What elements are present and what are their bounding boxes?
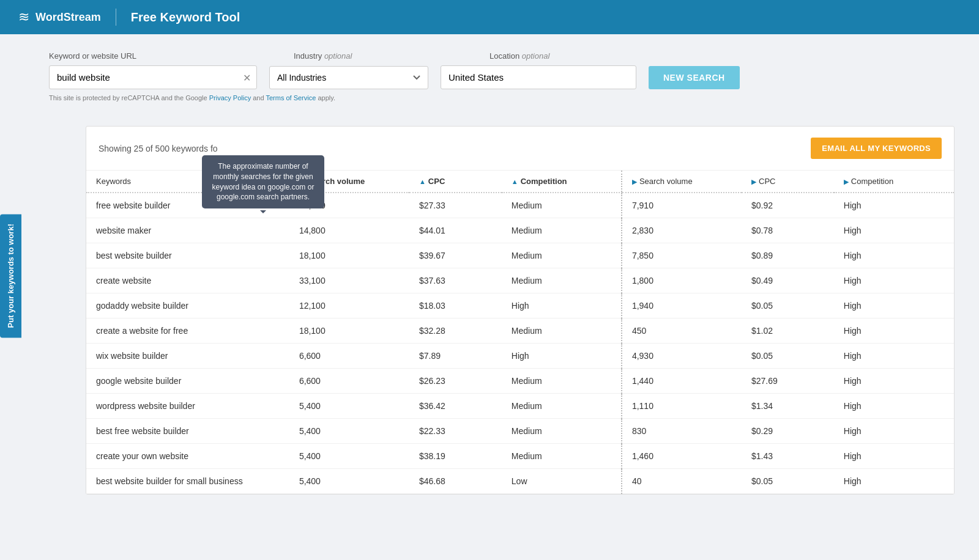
table-row: best website builder 18,100 $39.67 Mediu… [86, 243, 954, 268]
cell-search-vol: 5,400 [289, 394, 409, 419]
search-labels: Keyword or website URL Industry optional… [49, 51, 930, 61]
cell-cpc2: $0.29 [742, 419, 834, 444]
table-row: create your own website 5,400 $38.19 Med… [86, 444, 954, 469]
cell-search-vol2: 1,460 [622, 444, 742, 469]
cell-cpc: $27.33 [409, 193, 502, 218]
sidebar-tab[interactable]: Put your keywords to work! [0, 214, 21, 337]
table-row: best free website builder 5,400 $22.33 M… [86, 419, 954, 444]
cell-search-vol2: 1,110 [622, 394, 742, 419]
keyword-input[interactable] [49, 65, 257, 89]
cell-search-vol: 12,100 [289, 293, 409, 319]
col-header-cpc[interactable]: ▲CPC [409, 171, 502, 193]
cell-search-vol2: 1,440 [622, 369, 742, 394]
cell-keyword: best free website builder [86, 419, 289, 444]
cell-competition: Medium [502, 243, 622, 268]
header: ≋ WordStream Free Keyword Tool [0, 0, 979, 34]
industry-label: Industry optional [294, 51, 465, 61]
cell-search-vol: 5,400 [289, 419, 409, 444]
table-row: create website 33,100 $37.63 Medium 1,80… [86, 268, 954, 293]
table-row: best website builder for small business … [86, 469, 954, 494]
keyword-label: Keyword or website URL [49, 51, 257, 61]
cell-keyword: wix website builder [86, 344, 289, 369]
logo-waves-icon: ≋ [18, 9, 29, 25]
cell-cpc: $38.19 [409, 444, 502, 469]
search-volume-tooltip: The approximate number of monthly search… [202, 155, 324, 208]
clear-button[interactable]: ✕ [243, 72, 251, 83]
cell-cpc: $39.67 [409, 243, 502, 268]
cell-competition: Medium [502, 218, 622, 243]
cell-keyword: best website builder [86, 243, 289, 268]
cell-cpc2: $0.89 [742, 243, 834, 268]
keyword-input-wrap: ✕ [49, 65, 257, 89]
location-input[interactable] [441, 65, 636, 89]
cell-cpc2: $0.05 [742, 469, 834, 494]
cell-competition2: High [834, 243, 954, 268]
recaptcha-note: This site is protected by reCAPTCHA and … [49, 94, 930, 101]
table-row: create a website for free 18,100 $32.28 … [86, 319, 954, 344]
cell-cpc: $22.33 [409, 419, 502, 444]
cell-keyword: create website [86, 268, 289, 293]
cell-cpc: $7.89 [409, 344, 502, 369]
terms-link[interactable]: Terms of Service [266, 94, 316, 101]
cell-keyword: create a website for free [86, 319, 289, 344]
logo-divider [116, 9, 116, 26]
sidebar-tab-container: Put your keywords to work! [0, 214, 21, 337]
cell-competition: Medium [502, 319, 622, 344]
cell-cpc2: $0.49 [742, 268, 834, 293]
col-header-competition[interactable]: ▲Competition [502, 171, 622, 193]
cell-cpc2: $0.05 [742, 344, 834, 369]
table-row: google website builder 6,600 $26.23 Medi… [86, 369, 954, 394]
cell-keyword: create your own website [86, 444, 289, 469]
cell-keyword: godaddy website builder [86, 293, 289, 319]
col-header-cpc2[interactable]: ▶CPC [742, 171, 834, 193]
table-row: wix website builder 6,600 $7.89 High 4,9… [86, 344, 954, 369]
new-search-button[interactable]: NEW SEARCH [649, 66, 740, 89]
cell-cpc2: $0.92 [742, 193, 834, 218]
cell-competition2: High [834, 469, 954, 494]
cell-cpc2: $1.34 [742, 394, 834, 419]
cell-cpc: $36.42 [409, 394, 502, 419]
search-area: Keyword or website URL Industry optional… [0, 34, 979, 114]
logo: ≋ WordStream [18, 9, 101, 25]
cell-search-vol2: 40 [622, 469, 742, 494]
keywords-table: Keywords ▲Search volume ▲CPC ▲Competitio… [86, 171, 954, 494]
cell-search-vol2: 4,930 [622, 344, 742, 369]
cell-search-vol: 5,400 [289, 469, 409, 494]
cell-search-vol2: 1,940 [622, 293, 742, 319]
email-keywords-button[interactable]: EMAIL ALL MY KEYWORDS [811, 138, 942, 159]
table-body: free website builder 40,500 $27.33 Mediu… [86, 193, 954, 494]
cell-competition: Low [502, 469, 622, 494]
search-inputs: ✕ All IndustriesAutomotiveB2BConsumer Se… [49, 65, 930, 89]
cell-cpc: $18.03 [409, 293, 502, 319]
cell-search-vol: 33,100 [289, 268, 409, 293]
cell-search-vol2: 2,830 [622, 218, 742, 243]
location-label: Location optional [489, 51, 549, 61]
table-row: wordpress website builder 5,400 $36.42 M… [86, 394, 954, 419]
cell-keyword: best website builder for small business [86, 469, 289, 494]
cell-competition2: High [834, 444, 954, 469]
cell-search-vol: 6,600 [289, 344, 409, 369]
cell-competition2: High [834, 369, 954, 394]
cell-search-vol2: 450 [622, 319, 742, 344]
cell-competition2: High [834, 419, 954, 444]
cell-cpc2: $0.05 [742, 293, 834, 319]
cell-cpc: $44.01 [409, 218, 502, 243]
cell-keyword: google website builder [86, 369, 289, 394]
table-row: website maker 14,800 $44.01 Medium 2,830… [86, 218, 954, 243]
cell-competition2: High [834, 268, 954, 293]
cell-cpc2: $1.02 [742, 319, 834, 344]
cell-competition: Medium [502, 419, 622, 444]
cell-competition: Medium [502, 193, 622, 218]
cell-competition2: High [834, 218, 954, 243]
cell-cpc: $26.23 [409, 369, 502, 394]
results-header: Showing 25 of 500 keywords fo The approx… [86, 127, 954, 171]
cell-search-vol: 6,600 [289, 369, 409, 394]
industry-select[interactable]: All IndustriesAutomotiveB2BConsumer Serv… [269, 66, 428, 89]
cell-cpc: $46.68 [409, 469, 502, 494]
col-header-search-volume2[interactable]: ▶Search volume [622, 171, 742, 193]
cell-competition2: High [834, 193, 954, 218]
cell-competition: Medium [502, 268, 622, 293]
col-header-competition2[interactable]: ▶Competition [834, 171, 954, 193]
privacy-policy-link[interactable]: Privacy Policy [209, 94, 251, 101]
cell-cpc2: $27.69 [742, 369, 834, 394]
